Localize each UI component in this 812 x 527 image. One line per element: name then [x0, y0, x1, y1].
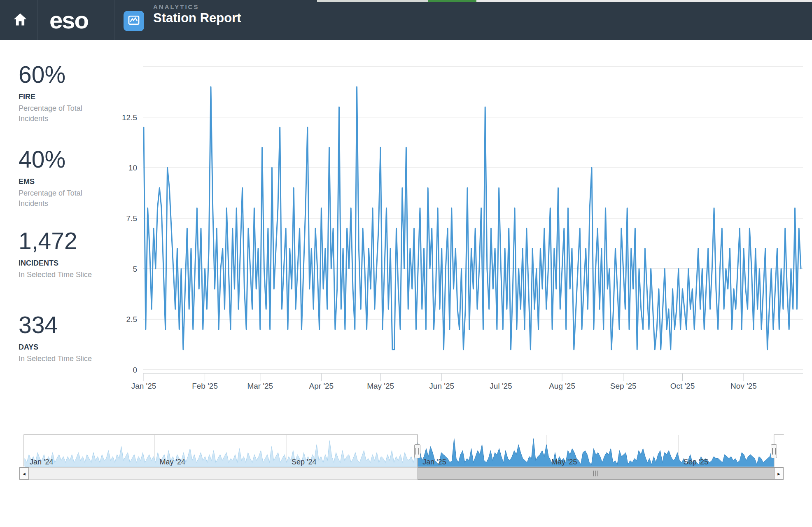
- navigator-month-label: Jan '25: [422, 458, 446, 466]
- handle-grip-icon: [415, 448, 419, 455]
- navigator-area-unselected: [25, 441, 418, 466]
- navigator-month-label: Sep '25: [684, 458, 709, 466]
- navigator-month-label: May '25: [551, 458, 577, 466]
- navigator-left-handle[interactable]: [414, 444, 420, 458]
- scrollbar-thumb[interactable]: [418, 467, 774, 480]
- navigator-right-handle[interactable]: [771, 444, 777, 458]
- scrollbar-right-arrow[interactable]: ▸: [774, 467, 784, 480]
- thumb-grip-icon: [597, 471, 598, 476]
- navigator-area-selected: [418, 438, 774, 466]
- handle-grip-icon: [772, 448, 776, 455]
- thumb-grip-icon: [593, 471, 594, 476]
- thumb-grip-icon: [595, 471, 596, 476]
- station-report-app: eso ANALYTICS Station Report 60% FIRE Pe…: [0, 0, 812, 527]
- navigator-month-label: May '24: [159, 458, 185, 466]
- navigator-month-label: Sep '24: [292, 458, 317, 466]
- time-range-navigator[interactable]: Jan '24May '24Sep '24Jan '25May '25Sep '…: [0, 0, 812, 527]
- scrollbar-left-arrow[interactable]: ◂: [19, 467, 29, 480]
- navigator-month-label: Jan '24: [30, 458, 53, 466]
